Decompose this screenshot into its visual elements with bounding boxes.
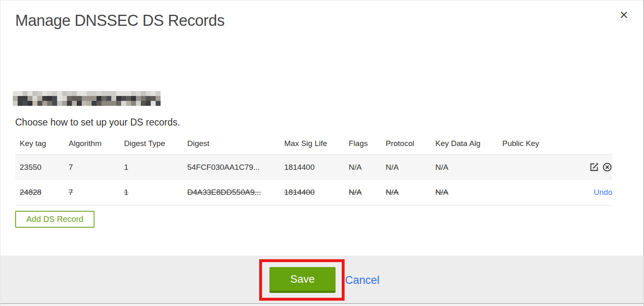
algorithm-value: 7 [69, 188, 73, 196]
key-data-alg-value: N/A [435, 188, 448, 196]
digest-type-value: 1 [124, 163, 129, 171]
page-title: Manage DNSSEC DS Records [15, 12, 225, 30]
cancel-link[interactable]: Cancel [345, 274, 380, 287]
close-icon[interactable]: ✕ [616, 7, 632, 23]
col-flags: Flags [344, 135, 381, 155]
col-algorithm: Algorithm [64, 135, 120, 155]
digest-value: D4A33E8DD550A9... [187, 188, 261, 196]
edit-icon [589, 162, 599, 172]
flags-value: N/A [349, 188, 362, 196]
add-ds-record-button[interactable]: Add DS Record [15, 211, 94, 228]
save-button[interactable]: Save [269, 267, 336, 293]
manage-dnssec-modal: Manage DNSSEC DS Records ✕ Choose how to… [0, 0, 644, 306]
key-data-alg-value: N/A [435, 163, 448, 171]
protocol-value: N/A [386, 188, 399, 196]
delete-record-button[interactable] [602, 162, 612, 172]
col-key-data-alg: Key Data Alg [431, 135, 498, 155]
instruction-text: Choose how to set up your DS records. [15, 117, 180, 128]
algorithm-value: 7 [69, 163, 73, 171]
col-public-key: Public Key [498, 135, 551, 155]
delete-circle-x-icon [602, 162, 612, 172]
col-digest: Digest [183, 135, 280, 155]
max-sig-life-value: 1814400 [284, 163, 315, 171]
key-tag-value: 23550 [20, 163, 41, 171]
undo-link[interactable]: Undo [594, 188, 612, 196]
edit-record-button[interactable] [589, 162, 599, 172]
col-key-tag: Key tag [15, 135, 64, 155]
modal-bottom-edge [0, 303, 644, 306]
max-sig-life-value: 1814400 [284, 188, 315, 196]
key-tag-value: 24828 [20, 188, 41, 196]
ds-records-table: Key tag Algorithm Digest Type Digest Max… [15, 135, 612, 206]
ds-record-row: 23550 7 1 54FCF030AA1C79... 1814400 N/A … [15, 155, 612, 180]
table-header-row: Key tag Algorithm Digest Type Digest Max… [15, 135, 612, 155]
digest-type-value: 1 [124, 188, 129, 196]
col-protocol: Protocol [381, 135, 431, 155]
flags-value: N/A [349, 163, 362, 171]
digest-value: 54FCF030AA1C79... [187, 163, 260, 171]
protocol-value: N/A [386, 163, 399, 171]
col-digest-type: Digest Type [120, 135, 183, 155]
col-max-sig-life: Max Sig Life [280, 135, 344, 155]
col-actions [551, 135, 612, 155]
ds-record-row-deleted: 24828 7 1 D4A33E8DD550A9... 1814400 N/A … [15, 180, 612, 206]
redacted-domain-name [13, 91, 161, 106]
